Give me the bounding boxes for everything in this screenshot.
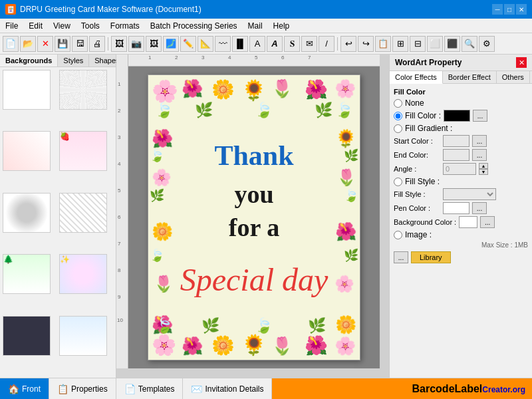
fill-gradient-radio[interactable] (394, 124, 402, 133)
tb-redo[interactable]: ↪ (358, 36, 374, 52)
list-item[interactable] (59, 316, 107, 356)
tb-img3[interactable]: 🖼 (146, 36, 162, 52)
card-text-line3: for a (148, 215, 360, 240)
menu-bar: File Edit View Tools Formats Batch Proce… (0, 19, 532, 33)
tb-copy[interactable]: 📋 (375, 36, 391, 52)
tb-img4[interactable]: 🗾 (163, 36, 179, 52)
end-color-row: End Color: ... (394, 149, 528, 161)
list-item[interactable]: ✨ (59, 254, 107, 294)
fill-color-browse-button[interactable]: ... (473, 110, 487, 122)
bg-color-swatch[interactable] (459, 216, 477, 228)
close-button[interactable]: ✕ (516, 4, 527, 15)
properties-label: Properties (71, 384, 108, 394)
fill-style-radio[interactable] (394, 178, 402, 186)
maximize-button[interactable]: □ (504, 4, 515, 15)
left-tabs: Backgrounds Styles Shapes (0, 55, 116, 67)
list-item[interactable] (59, 70, 107, 110)
tb-settings[interactable]: ⚙ (479, 36, 495, 52)
list-item[interactable]: 🍓 (59, 131, 107, 171)
library-button[interactable]: Library (411, 251, 451, 263)
horizontal-scrollbar[interactable] (116, 368, 380, 378)
browse-image-button[interactable]: ... (394, 251, 408, 263)
card-container: 🌸 🌺 🌼 🌻 🌷 🌺 🌸 🍃 🌿 🍃 🌿 🍃 🌺 🍃 🌸 🌿 🌼 🍃 (131, 69, 377, 366)
menu-formats[interactable]: Formats (105, 19, 145, 33)
pen-color-swatch[interactable] (443, 202, 469, 214)
fill-style-select[interactable] (443, 188, 496, 200)
card-text-line4: Special day (148, 261, 360, 298)
angle-input[interactable] (443, 163, 476, 175)
tb-zoom[interactable]: 🔍 (462, 36, 477, 52)
menu-edit[interactable]: Edit (23, 19, 48, 33)
bottom-buttons: ... Library (394, 251, 528, 263)
canvas-area[interactable]: 1 2 3 4 5 6 7 1 2 3 4 5 6 7 8 9 10 🌸 🌺 🌼 (116, 55, 389, 378)
minimize-button[interactable]: ─ (492, 4, 503, 15)
fill-color-radio[interactable] (394, 112, 402, 120)
bg-color-browse-button[interactable]: ... (480, 216, 495, 228)
statusbar-properties[interactable]: 📋 Properties (49, 378, 116, 399)
angle-up-button[interactable]: ▲ (479, 163, 488, 169)
statusbar-front[interactable]: 🏠 Front (0, 378, 49, 399)
tb-open[interactable]: 📂 (20, 36, 36, 52)
tab-color-effects[interactable]: Color Effects (390, 71, 443, 84)
menu-file[interactable]: File (0, 19, 23, 33)
tab-others[interactable]: Others (497, 71, 530, 83)
vertical-scrollbar[interactable] (380, 55, 389, 378)
tab-backgrounds[interactable]: Backgrounds (0, 55, 58, 66)
tb-print-preview[interactable]: 🖨 (89, 36, 105, 52)
list-item[interactable]: 🌲 (3, 254, 51, 294)
status-bar: 🏠 Front 📋 Properties 📄 Templates ✉️ Invi… (0, 378, 532, 399)
image-radio[interactable] (394, 231, 402, 239)
tb-group[interactable]: ⊞ (392, 36, 408, 52)
tb-pen[interactable]: ✏️ (180, 36, 196, 52)
list-item[interactable] (3, 316, 51, 356)
front-icon: 🏠 (8, 384, 19, 394)
right-panel: WordArt Property ✕ Color Effects Border … (389, 55, 532, 378)
list-item[interactable] (59, 193, 107, 233)
fill-color-section-label: Fill Color (394, 88, 528, 96)
angle-row: Angle : ▲ ▼ (394, 163, 528, 175)
tb-new[interactable]: 📄 (3, 36, 19, 52)
tb-wave[interactable]: 〰 (215, 36, 231, 52)
menu-help[interactable]: Help (268, 19, 295, 33)
tb-wordart[interactable]: A (267, 36, 283, 52)
tb-arc[interactable]: 𝐒 (284, 36, 300, 52)
angle-down-button[interactable]: ▼ (479, 169, 488, 175)
list-item[interactable] (3, 193, 51, 233)
tb-save[interactable]: 💾 (55, 36, 70, 52)
tb-img2[interactable]: 📷 (128, 36, 144, 52)
fill-color-swatch[interactable] (444, 110, 470, 122)
tb-back[interactable]: ⬛ (444, 36, 460, 52)
tab-styles[interactable]: Styles (58, 55, 89, 66)
templates-icon: 📄 (124, 384, 136, 394)
list-item[interactable] (3, 70, 51, 110)
panel-title-text: WordArt Property (395, 58, 462, 67)
panel-close-button[interactable]: ✕ (516, 57, 527, 68)
end-color-browse-button[interactable]: ... (472, 149, 487, 161)
menu-mail[interactable]: Mail (243, 19, 268, 33)
statusbar-templates[interactable]: 📄 Templates (116, 378, 184, 399)
start-color-browse-button[interactable]: ... (472, 135, 487, 147)
templates-label: Templates (138, 384, 175, 394)
tb-barcode[interactable]: ▐▌ (232, 36, 248, 52)
menu-batch[interactable]: Batch Processing Series (145, 19, 243, 33)
tb-slash[interactable]: / (319, 36, 334, 52)
none-radio[interactable] (394, 99, 402, 108)
tb-undo[interactable]: ↩ (340, 36, 356, 52)
tb-close[interactable]: ✕ (37, 36, 53, 52)
statusbar-invitation[interactable]: ✉️ Invitation Details (183, 378, 272, 399)
menu-view[interactable]: View (48, 19, 76, 33)
menu-tools[interactable]: Tools (76, 19, 105, 33)
tb-align[interactable]: ⊟ (410, 36, 426, 52)
fill-style-label: Fill Style : (394, 190, 440, 198)
list-item[interactable] (3, 131, 51, 171)
tab-border-effect[interactable]: Border Effect (443, 71, 497, 83)
tb-envelope[interactable]: ✉ (301, 36, 317, 52)
pen-color-browse-button[interactable]: ... (472, 202, 487, 214)
tb-front[interactable]: ⬜ (427, 36, 443, 52)
bg-color-label: Background Color : (394, 218, 456, 226)
tb-save2[interactable]: 🖫 (72, 36, 88, 52)
greeting-card[interactable]: 🌸 🌺 🌼 🌻 🌷 🌺 🌸 🍃 🌿 🍃 🌿 🍃 🌺 🍃 🌸 🌿 🌼 🍃 (148, 74, 360, 360)
tb-text[interactable]: A (249, 36, 265, 52)
tb-line[interactable]: 📐 (198, 36, 213, 52)
tb-img1[interactable]: 🖼 (111, 36, 127, 52)
